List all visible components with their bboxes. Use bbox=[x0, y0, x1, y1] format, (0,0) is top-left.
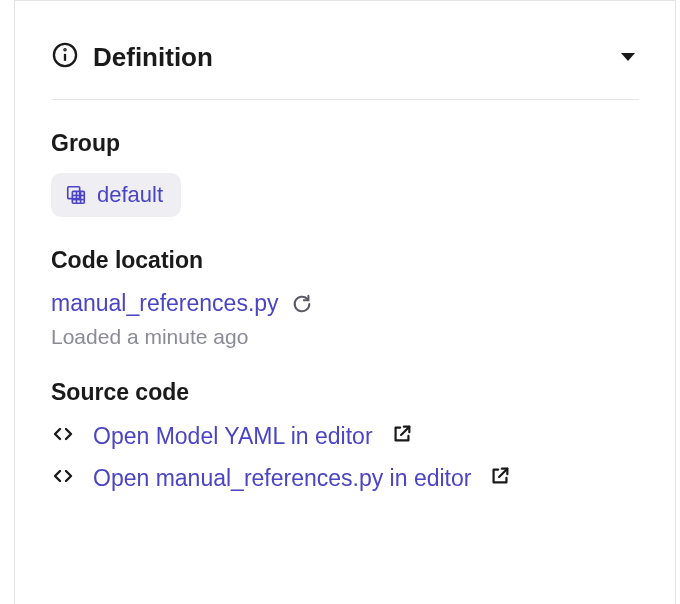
section-source-code: Source code Open Model YAML in editor bbox=[51, 379, 639, 492]
source-code-link-row[interactable]: Open manual_references.py in editor bbox=[51, 464, 639, 492]
chevron-down-icon[interactable] bbox=[621, 53, 635, 61]
info-icon bbox=[51, 41, 79, 73]
group-chip[interactable]: default bbox=[51, 173, 181, 217]
group-icon bbox=[65, 184, 87, 206]
group-chip-label: default bbox=[97, 182, 163, 208]
section-label-code-location: Code location bbox=[51, 247, 639, 274]
svg-line-9 bbox=[401, 427, 409, 435]
source-code-link-text: Open manual_references.py in editor bbox=[93, 465, 471, 492]
svg-rect-3 bbox=[68, 187, 80, 199]
loaded-status: Loaded a minute ago bbox=[51, 325, 639, 349]
external-link-icon bbox=[391, 423, 413, 449]
external-link-icon bbox=[489, 465, 511, 491]
svg-line-10 bbox=[500, 469, 508, 477]
source-code-link-row[interactable]: Open Model YAML in editor bbox=[51, 422, 639, 450]
section-label-group: Group bbox=[51, 130, 639, 157]
panel-header[interactable]: Definition bbox=[51, 41, 639, 100]
panel-title: Definition bbox=[93, 42, 607, 73]
svg-rect-4 bbox=[72, 191, 84, 203]
definition-panel: Definition Group default Code location m… bbox=[14, 0, 676, 604]
section-label-source-code: Source code bbox=[51, 379, 639, 406]
svg-point-2 bbox=[64, 49, 65, 50]
code-location-row: manual_references.py bbox=[51, 290, 639, 317]
section-group: Group default bbox=[51, 130, 639, 217]
code-icon bbox=[51, 464, 75, 492]
section-code-location: Code location manual_references.py Loade… bbox=[51, 247, 639, 349]
code-icon bbox=[51, 422, 75, 450]
source-code-link-text: Open Model YAML in editor bbox=[93, 423, 373, 450]
reload-button[interactable] bbox=[291, 293, 313, 315]
code-location-file-link[interactable]: manual_references.py bbox=[51, 290, 279, 317]
